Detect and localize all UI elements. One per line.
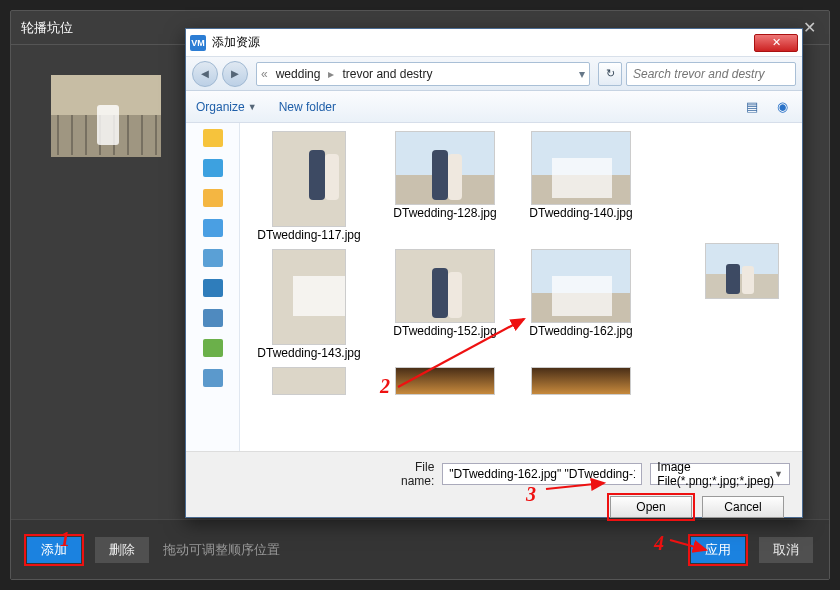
- modal-title: 轮播坑位: [21, 19, 73, 37]
- file-item[interactable]: DTwedding-162.jpg: [516, 247, 646, 363]
- videos-icon[interactable]: [203, 279, 223, 297]
- app-icon: VM: [190, 35, 206, 51]
- libraries-icon[interactable]: [203, 159, 223, 177]
- dialog-close-button[interactable]: ✕: [754, 34, 798, 52]
- file-thumb: [395, 131, 495, 205]
- add-button[interactable]: 添加: [27, 537, 81, 563]
- open-file-dialog: VM 添加资源 ✕ ◄ ► « wedding ▸ trevor and des…: [185, 28, 803, 518]
- file-item[interactable]: DTwedding-152.jpg: [380, 247, 510, 363]
- file-name: DTwedding-152.jpg: [393, 325, 496, 339]
- file-item-partial[interactable]: [516, 365, 646, 397]
- favorites-icon[interactable]: [203, 129, 223, 147]
- file-thumb: [272, 367, 346, 395]
- breadcrumb-seg-2[interactable]: trevor and destry: [338, 67, 436, 81]
- dialog-title: 添加资源: [212, 34, 260, 51]
- nav-back-button[interactable]: ◄: [192, 61, 218, 87]
- file-item[interactable]: DTwedding-128.jpg: [380, 129, 510, 245]
- file-item[interactable]: DTwedding-143.jpg: [244, 247, 374, 363]
- help-button[interactable]: ◉: [772, 97, 792, 117]
- music-icon[interactable]: [203, 219, 223, 237]
- file-thumb: [531, 131, 631, 205]
- drag-hint-text: 拖动可调整顺序位置: [163, 541, 280, 559]
- file-item[interactable]: DTwedding-140.jpg: [516, 129, 646, 245]
- file-item-partial[interactable]: [244, 365, 374, 397]
- breadcrumb-seg-1[interactable]: wedding: [272, 67, 325, 81]
- new-folder-button[interactable]: New folder: [279, 100, 336, 114]
- chevron-down-icon: ▼: [248, 102, 257, 112]
- file-name: DTwedding-140.jpg: [529, 207, 632, 221]
- file-name: DTwedding-117.jpg: [257, 229, 360, 243]
- open-button[interactable]: Open: [610, 496, 692, 518]
- file-thumb: [531, 249, 631, 323]
- folder-icon[interactable]: [203, 189, 223, 207]
- nav-pane: [186, 123, 240, 451]
- chevron-left-icon: «: [261, 67, 268, 81]
- file-name: DTwedding-128.jpg: [393, 207, 496, 221]
- cancel-button-dark[interactable]: 取消: [759, 537, 813, 563]
- preview-pane: [682, 123, 802, 451]
- file-item[interactable]: DTwedding-117.jpg: [244, 129, 374, 245]
- file-name-input[interactable]: "DTwedding-162.jpg" "DTwedding-128.jpg" …: [442, 463, 642, 485]
- breadcrumb-dropdown-icon[interactable]: ▾: [579, 67, 585, 81]
- file-name-label: File name:: [388, 460, 434, 488]
- file-name: DTwedding-162.jpg: [529, 325, 632, 339]
- view-mode-button[interactable]: ▤: [742, 97, 762, 117]
- file-thumb: [272, 131, 346, 227]
- file-thumb: [531, 367, 631, 395]
- preview-thumb: [705, 243, 779, 299]
- refresh-button[interactable]: ↻: [598, 62, 622, 86]
- file-item-partial[interactable]: [380, 365, 510, 397]
- file-list[interactable]: DTwedding-117.jpg DTwedding-128.jpg DTwe…: [240, 123, 682, 451]
- computer-icon[interactable]: [203, 309, 223, 327]
- file-thumb: [272, 249, 346, 345]
- file-thumb: [395, 249, 495, 323]
- chevron-right-icon: ▸: [328, 67, 334, 81]
- existing-slot-thumb[interactable]: [51, 75, 161, 157]
- file-name: DTwedding-143.jpg: [257, 347, 360, 361]
- delete-button[interactable]: 删除: [95, 537, 149, 563]
- file-thumb: [395, 367, 495, 395]
- file-type-filter[interactable]: Image File(*.png;*.jpg;*.jpeg) ▼: [650, 463, 790, 485]
- cancel-button[interactable]: Cancel: [702, 496, 784, 518]
- breadcrumb[interactable]: « wedding ▸ trevor and destry ▾: [256, 62, 590, 86]
- disk-icon[interactable]: [203, 339, 223, 357]
- apply-button[interactable]: 应用: [691, 537, 745, 563]
- pictures-icon[interactable]: [203, 249, 223, 267]
- nav-forward-button[interactable]: ►: [222, 61, 248, 87]
- network-icon[interactable]: [203, 369, 223, 387]
- search-input[interactable]: [633, 67, 789, 81]
- search-input-wrap[interactable]: [626, 62, 796, 86]
- chevron-down-icon: ▼: [774, 469, 783, 479]
- organize-menu[interactable]: Organize▼: [196, 100, 257, 114]
